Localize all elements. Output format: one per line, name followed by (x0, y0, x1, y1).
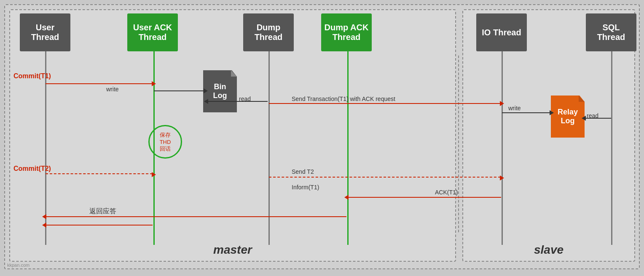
send-transaction-arrowhead (500, 101, 504, 106)
commit-t1-arrow (46, 83, 153, 84)
master-section: master (9, 9, 456, 262)
commit-t2-label: Commit(T2) (13, 165, 51, 172)
write2-arrowhead (550, 110, 554, 115)
return-label: 返回应答 (89, 207, 116, 216)
return-short-arrowhead (42, 223, 46, 228)
ack-t1-label: ACK(T1) (435, 189, 458, 196)
io-thread-box: IO Thread (476, 13, 527, 51)
ack-t1-arrowhead (344, 195, 349, 200)
sql-thread-box: SQL Thread (586, 13, 636, 51)
relaylog-box: Relay Log (551, 96, 585, 138)
commit-t2-arrowhead (152, 172, 156, 177)
io-thread-vline (502, 51, 503, 245)
read-arrowhead (204, 99, 208, 104)
binlog-box: Bin Log (203, 70, 237, 112)
return-arrowhead (42, 214, 46, 219)
dump-thread-vline (268, 51, 270, 245)
return-short-arrow (46, 225, 153, 226)
inform-t1-label: Inform(T1) (292, 184, 319, 191)
commit-t1-arrowhead (152, 81, 156, 86)
return-arrow (46, 216, 346, 217)
master-slave-separator (458, 56, 459, 232)
dump-ack-thread-vline (347, 51, 349, 245)
send-t2-arrow (269, 177, 501, 178)
write-arrowhead (204, 88, 208, 93)
send-transaction-label: Send Transaction(T1) with ACK request (292, 96, 395, 102)
user-ack-thread-box: User ACK Thread (127, 13, 178, 51)
read2-arrow (585, 118, 611, 119)
write2-arrow (502, 112, 550, 113)
main-container: master slave User Thread User ACK Thread… (4, 4, 640, 269)
dump-thread-box: Dump Thread (243, 13, 294, 51)
thd-circle: 保存 THD 回话 (148, 125, 182, 159)
write-arrow (154, 90, 204, 91)
watermark: kkpan.com (7, 263, 30, 268)
dump-ack-thread-box: Dump ACK Thread (321, 13, 372, 51)
master-label: master (213, 243, 252, 257)
read-arrow (207, 101, 268, 102)
commit-t1-label: Commit(T1) (13, 72, 51, 80)
slave-label: slave (534, 243, 564, 257)
user-thread-box: User Thread (20, 13, 70, 51)
send-t2-arrowhead (500, 175, 504, 180)
write-label: write (106, 86, 119, 93)
write2-label: write (508, 105, 521, 111)
commit-t2-arrow (46, 173, 153, 174)
read2-arrowhead (582, 116, 586, 121)
sql-thread-vline (611, 51, 612, 245)
ack-t1-arrow (348, 197, 501, 198)
send-transaction-arrow (269, 103, 501, 104)
send-t2-label: Send T2 (292, 168, 314, 175)
